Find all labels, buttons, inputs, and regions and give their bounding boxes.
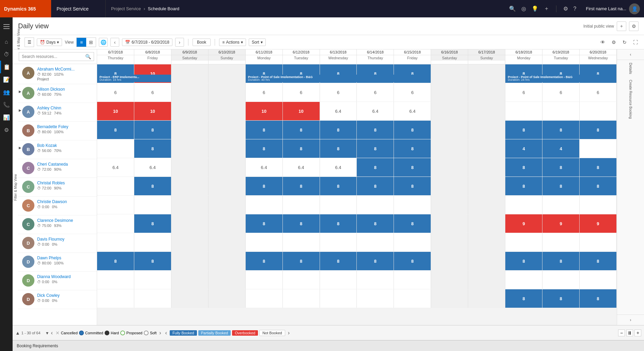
grid-cell[interactable]: 8	[394, 121, 431, 139]
search-icon[interactable]: 🔍	[509, 5, 516, 12]
legend-prev-button[interactable]: ‹	[165, 330, 167, 336]
grid-cell[interactable]: 8	[246, 177, 283, 195]
resource-name[interactable]: Allison Dickson	[37, 87, 94, 92]
resource-row[interactable]: D Dick Cowley ⏱ 0:00 0%	[18, 290, 97, 309]
grid-cell[interactable]: 8	[134, 252, 171, 270]
grid-cell[interactable]: 9	[580, 214, 617, 233]
view-settings-button[interactable]: ⚙	[629, 21, 639, 31]
analytics-icon[interactable]: 📊	[0, 111, 13, 124]
grid-cell[interactable]: 10	[97, 102, 134, 120]
grid-rows-container[interactable]: 81088888888 Project - ERP Implementa... …	[97, 64, 617, 325]
grid-cell[interactable]: 8	[320, 177, 357, 195]
grid-cell[interactable]: 6.4	[134, 158, 171, 177]
phone-icon[interactable]: 📞	[0, 98, 13, 111]
booking-bar[interactable]: Project - ERP Implementa... Duration: 16…	[97, 75, 171, 82]
resource-row[interactable]: ▶A Ashley Chinn ⏱ 59:12 74%	[18, 103, 97, 122]
search-submit-icon[interactable]: 🔍	[82, 52, 94, 61]
create-booking-label[interactable]: Create Resource Booking	[629, 80, 632, 119]
pagination-expand-button[interactable]: ▾	[46, 330, 48, 336]
grid-cell[interactable]: 9	[542, 214, 580, 233]
grid-cell[interactable]: 10	[134, 102, 171, 120]
collapse-right-button[interactable]: ›	[617, 315, 644, 325]
resource-name[interactable]: Dianna Woodward	[37, 274, 94, 279]
grid-cell[interactable]: 8	[505, 289, 542, 308]
grid-cell[interactable]: 8	[542, 252, 580, 270]
add-view-button[interactable]: ＋	[617, 21, 626, 31]
grid-cell[interactable]: 6.4	[357, 102, 394, 120]
grid-cell[interactable]: 8	[394, 252, 431, 270]
lightbulb-icon[interactable]: 💡	[532, 5, 538, 12]
booking-bar[interactable]: Project - Point of Sale Implementation -…	[506, 75, 616, 82]
grid-cell[interactable]: 6	[542, 83, 580, 102]
grid-cell[interactable]: 8	[283, 139, 320, 158]
resource-row[interactable]: C Clarence Desimone ⏱ 75:00 93%	[18, 215, 97, 234]
book-button[interactable]: Book	[193, 39, 211, 46]
resource-row[interactable]: B Bernadette Foley ⏱ 80:00 100%	[18, 122, 97, 140]
prev-page-button[interactable]: ‹	[51, 330, 53, 336]
resource-row[interactable]: D Dianna Woodward ⏱ 0:00 0%	[18, 272, 97, 290]
days-dropdown[interactable]: ⏰ Days ▾	[37, 39, 62, 46]
resource-row[interactable]: D Davis Flournoy ⏱ 0:00 0%	[18, 234, 97, 253]
resource-name[interactable]: Bernadette Foley	[37, 124, 94, 129]
settings-icon[interactable]: ⚙	[563, 5, 568, 12]
grid-cell[interactable]: 8	[357, 139, 394, 158]
grid-cell[interactable]: 8	[97, 121, 134, 139]
grid-cell[interactable]: 8	[134, 121, 171, 139]
grid-cell[interactable]: 8	[357, 177, 394, 195]
grid-cell[interactable]: 4	[505, 139, 542, 158]
actions-button[interactable]: ≡ Actions ▾	[219, 39, 246, 46]
grid-cell[interactable]: 10	[283, 102, 320, 120]
zoom-out-button[interactable]: −	[618, 330, 625, 336]
grid-cell[interactable]: 8	[394, 158, 431, 177]
grid-cell[interactable]: 8	[542, 121, 580, 139]
grid-cell[interactable]: 8	[134, 139, 171, 158]
map-view-button[interactable]: 🌐	[99, 38, 108, 47]
grid-cell[interactable]: 8	[246, 139, 283, 158]
notes-icon[interactable]: 📝	[0, 73, 13, 86]
grid-cell[interactable]: 6.4	[246, 158, 283, 177]
resource-row[interactable]: ▶B Bob Kozak ⏱ 56:00 70%	[18, 140, 97, 159]
resource-row[interactable]: C Christal Robles ⏱ 72:00 90%	[18, 178, 97, 197]
search-input[interactable]	[19, 53, 82, 60]
resource-name[interactable]: Clarence Desimone	[37, 218, 94, 223]
grid-cell[interactable]: 8	[580, 177, 617, 195]
resource-name[interactable]: Abraham McCormi...	[37, 67, 94, 72]
hamburger-menu[interactable]	[0, 20, 13, 33]
grid-cell[interactable]: 8	[320, 214, 357, 233]
grid-cell[interactable]: 8	[505, 121, 542, 139]
user-menu[interactable]: First name Last na... 👤	[582, 3, 644, 14]
breadcrumb-parent[interactable]: Project Service	[111, 6, 141, 11]
resource-row[interactable]: C Christie Dawson ⏱ 0:00 0%	[18, 197, 97, 215]
grid-cell[interactable]: 8	[134, 214, 171, 233]
app-name[interactable]: Project Service	[51, 0, 106, 17]
board-settings-icon[interactable]: ⚙	[609, 38, 618, 47]
resource-expand-button[interactable]: ▶	[18, 146, 22, 150]
grid-cell[interactable]: 6	[580, 83, 617, 102]
grid-cell[interactable]: 8	[580, 289, 617, 308]
booking-bar[interactable]: Project - Point of Sale Implementation -…	[246, 75, 431, 82]
avatar[interactable]: 👤	[629, 3, 640, 14]
pause-button[interactable]: ⏸	[626, 330, 633, 336]
grid-cell[interactable]: 8	[357, 214, 394, 233]
help-icon[interactable]: ?	[573, 6, 577, 12]
grid-cell[interactable]: 8	[246, 121, 283, 139]
resource-name[interactable]: Cheri Castaneda	[37, 162, 94, 167]
next-page-button[interactable]: ›	[159, 330, 161, 336]
next-date-button[interactable]: ›	[175, 38, 184, 47]
grid-cell[interactable]: 8	[394, 139, 431, 158]
grid-cell[interactable]: 8	[320, 139, 357, 158]
grid-cell[interactable]: 6	[283, 83, 320, 102]
sort-button[interactable]: Sort ▾	[249, 39, 266, 46]
grid-cell[interactable]: 8	[134, 177, 171, 195]
grid-cell[interactable]: 9	[505, 214, 542, 233]
legend-next-button[interactable]: ›	[288, 330, 290, 336]
grid-cell[interactable]: 10	[246, 102, 283, 120]
recent-icon[interactable]: ⏱	[0, 48, 13, 61]
grid-cell[interactable]: 8	[542, 158, 580, 177]
list-view-button[interactable]: ≡	[77, 38, 86, 47]
grid-cell[interactable]: 8	[97, 252, 134, 270]
home-icon[interactable]: ⌂	[0, 35, 13, 48]
grid-cell[interactable]: 8	[320, 121, 357, 139]
grid-cell[interactable]: 8	[394, 177, 431, 195]
grid-cell[interactable]: 8	[246, 252, 283, 270]
